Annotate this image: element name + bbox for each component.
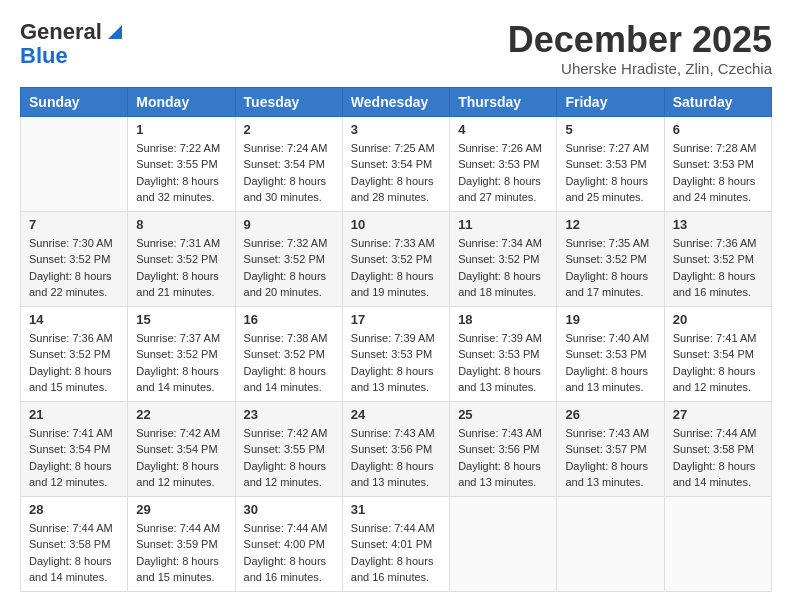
day-number: 1 <box>136 122 226 137</box>
calendar-day-cell: 10Sunrise: 7:33 AMSunset: 3:52 PMDayligh… <box>342 211 449 306</box>
location-subtitle: Uherske Hradiste, Zlin, Czechia <box>508 60 772 77</box>
logo: General Blue <box>20 20 126 68</box>
calendar-day-cell: 28Sunrise: 7:44 AMSunset: 3:58 PMDayligh… <box>21 496 128 591</box>
calendar-day-cell: 25Sunrise: 7:43 AMSunset: 3:56 PMDayligh… <box>450 401 557 496</box>
calendar-day-cell: 24Sunrise: 7:43 AMSunset: 3:56 PMDayligh… <box>342 401 449 496</box>
day-info: Sunrise: 7:30 AMSunset: 3:52 PMDaylight:… <box>29 235 119 301</box>
day-info: Sunrise: 7:25 AMSunset: 3:54 PMDaylight:… <box>351 140 441 206</box>
weekday-header: Tuesday <box>235 87 342 116</box>
calendar-day-cell: 17Sunrise: 7:39 AMSunset: 3:53 PMDayligh… <box>342 306 449 401</box>
day-number: 20 <box>673 312 763 327</box>
calendar-day-cell: 2Sunrise: 7:24 AMSunset: 3:54 PMDaylight… <box>235 116 342 211</box>
calendar-day-cell: 12Sunrise: 7:35 AMSunset: 3:52 PMDayligh… <box>557 211 664 306</box>
calendar-day-cell <box>557 496 664 591</box>
day-number: 13 <box>673 217 763 232</box>
day-number: 17 <box>351 312 441 327</box>
day-number: 9 <box>244 217 334 232</box>
day-number: 10 <box>351 217 441 232</box>
calendar-day-cell: 18Sunrise: 7:39 AMSunset: 3:53 PMDayligh… <box>450 306 557 401</box>
calendar-day-cell: 13Sunrise: 7:36 AMSunset: 3:52 PMDayligh… <box>664 211 771 306</box>
calendar-day-cell <box>21 116 128 211</box>
calendar-day-cell: 30Sunrise: 7:44 AMSunset: 4:00 PMDayligh… <box>235 496 342 591</box>
day-info: Sunrise: 7:34 AMSunset: 3:52 PMDaylight:… <box>458 235 548 301</box>
day-info: Sunrise: 7:37 AMSunset: 3:52 PMDaylight:… <box>136 330 226 396</box>
day-info: Sunrise: 7:40 AMSunset: 3:53 PMDaylight:… <box>565 330 655 396</box>
calendar-day-cell: 22Sunrise: 7:42 AMSunset: 3:54 PMDayligh… <box>128 401 235 496</box>
day-info: Sunrise: 7:33 AMSunset: 3:52 PMDaylight:… <box>351 235 441 301</box>
calendar-table: SundayMondayTuesdayWednesdayThursdayFrid… <box>20 87 772 592</box>
day-number: 26 <box>565 407 655 422</box>
day-number: 28 <box>29 502 119 517</box>
day-info: Sunrise: 7:31 AMSunset: 3:52 PMDaylight:… <box>136 235 226 301</box>
day-info: Sunrise: 7:43 AMSunset: 3:56 PMDaylight:… <box>351 425 441 491</box>
calendar-day-cell: 7Sunrise: 7:30 AMSunset: 3:52 PMDaylight… <box>21 211 128 306</box>
day-number: 27 <box>673 407 763 422</box>
day-info: Sunrise: 7:44 AMSunset: 3:58 PMDaylight:… <box>29 520 119 586</box>
weekday-header: Sunday <box>21 87 128 116</box>
day-number: 16 <box>244 312 334 327</box>
day-info: Sunrise: 7:26 AMSunset: 3:53 PMDaylight:… <box>458 140 548 206</box>
day-info: Sunrise: 7:44 AMSunset: 3:59 PMDaylight:… <box>136 520 226 586</box>
day-info: Sunrise: 7:22 AMSunset: 3:55 PMDaylight:… <box>136 140 226 206</box>
day-info: Sunrise: 7:35 AMSunset: 3:52 PMDaylight:… <box>565 235 655 301</box>
calendar-day-cell: 27Sunrise: 7:44 AMSunset: 3:58 PMDayligh… <box>664 401 771 496</box>
calendar-week-row: 21Sunrise: 7:41 AMSunset: 3:54 PMDayligh… <box>21 401 772 496</box>
title-block: December 2025 Uherske Hradiste, Zlin, Cz… <box>508 20 772 77</box>
logo-general-text: General <box>20 20 102 44</box>
day-info: Sunrise: 7:44 AMSunset: 4:01 PMDaylight:… <box>351 520 441 586</box>
calendar-header-row: SundayMondayTuesdayWednesdayThursdayFrid… <box>21 87 772 116</box>
day-number: 8 <box>136 217 226 232</box>
calendar-day-cell: 9Sunrise: 7:32 AMSunset: 3:52 PMDaylight… <box>235 211 342 306</box>
page-header: General Blue December 2025 Uherske Hradi… <box>20 20 772 77</box>
day-number: 23 <box>244 407 334 422</box>
day-number: 5 <box>565 122 655 137</box>
weekday-header: Friday <box>557 87 664 116</box>
svg-marker-0 <box>108 25 122 39</box>
calendar-day-cell: 11Sunrise: 7:34 AMSunset: 3:52 PMDayligh… <box>450 211 557 306</box>
day-info: Sunrise: 7:39 AMSunset: 3:53 PMDaylight:… <box>351 330 441 396</box>
calendar-day-cell: 20Sunrise: 7:41 AMSunset: 3:54 PMDayligh… <box>664 306 771 401</box>
day-number: 29 <box>136 502 226 517</box>
logo-triangle-icon <box>104 21 126 43</box>
day-info: Sunrise: 7:36 AMSunset: 3:52 PMDaylight:… <box>673 235 763 301</box>
calendar-week-row: 1Sunrise: 7:22 AMSunset: 3:55 PMDaylight… <box>21 116 772 211</box>
calendar-day-cell: 23Sunrise: 7:42 AMSunset: 3:55 PMDayligh… <box>235 401 342 496</box>
day-info: Sunrise: 7:39 AMSunset: 3:53 PMDaylight:… <box>458 330 548 396</box>
day-number: 4 <box>458 122 548 137</box>
weekday-header: Wednesday <box>342 87 449 116</box>
day-number: 2 <box>244 122 334 137</box>
day-number: 25 <box>458 407 548 422</box>
day-number: 22 <box>136 407 226 422</box>
calendar-day-cell <box>664 496 771 591</box>
day-info: Sunrise: 7:36 AMSunset: 3:52 PMDaylight:… <box>29 330 119 396</box>
calendar-day-cell <box>450 496 557 591</box>
day-number: 6 <box>673 122 763 137</box>
weekday-header: Monday <box>128 87 235 116</box>
logo-blue-text: Blue <box>20 44 126 68</box>
calendar-day-cell: 3Sunrise: 7:25 AMSunset: 3:54 PMDaylight… <box>342 116 449 211</box>
day-info: Sunrise: 7:43 AMSunset: 3:57 PMDaylight:… <box>565 425 655 491</box>
weekday-header: Thursday <box>450 87 557 116</box>
calendar-day-cell: 16Sunrise: 7:38 AMSunset: 3:52 PMDayligh… <box>235 306 342 401</box>
day-info: Sunrise: 7:38 AMSunset: 3:52 PMDaylight:… <box>244 330 334 396</box>
day-info: Sunrise: 7:41 AMSunset: 3:54 PMDaylight:… <box>29 425 119 491</box>
calendar-day-cell: 6Sunrise: 7:28 AMSunset: 3:53 PMDaylight… <box>664 116 771 211</box>
day-info: Sunrise: 7:43 AMSunset: 3:56 PMDaylight:… <box>458 425 548 491</box>
calendar-day-cell: 15Sunrise: 7:37 AMSunset: 3:52 PMDayligh… <box>128 306 235 401</box>
calendar-day-cell: 14Sunrise: 7:36 AMSunset: 3:52 PMDayligh… <box>21 306 128 401</box>
day-info: Sunrise: 7:44 AMSunset: 3:58 PMDaylight:… <box>673 425 763 491</box>
calendar-day-cell: 31Sunrise: 7:44 AMSunset: 4:01 PMDayligh… <box>342 496 449 591</box>
day-info: Sunrise: 7:27 AMSunset: 3:53 PMDaylight:… <box>565 140 655 206</box>
day-number: 30 <box>244 502 334 517</box>
calendar-day-cell: 5Sunrise: 7:27 AMSunset: 3:53 PMDaylight… <box>557 116 664 211</box>
day-info: Sunrise: 7:32 AMSunset: 3:52 PMDaylight:… <box>244 235 334 301</box>
day-number: 12 <box>565 217 655 232</box>
calendar-day-cell: 26Sunrise: 7:43 AMSunset: 3:57 PMDayligh… <box>557 401 664 496</box>
day-number: 7 <box>29 217 119 232</box>
day-info: Sunrise: 7:44 AMSunset: 4:00 PMDaylight:… <box>244 520 334 586</box>
calendar-day-cell: 29Sunrise: 7:44 AMSunset: 3:59 PMDayligh… <box>128 496 235 591</box>
day-number: 3 <box>351 122 441 137</box>
calendar-day-cell: 4Sunrise: 7:26 AMSunset: 3:53 PMDaylight… <box>450 116 557 211</box>
day-number: 11 <box>458 217 548 232</box>
calendar-day-cell: 19Sunrise: 7:40 AMSunset: 3:53 PMDayligh… <box>557 306 664 401</box>
